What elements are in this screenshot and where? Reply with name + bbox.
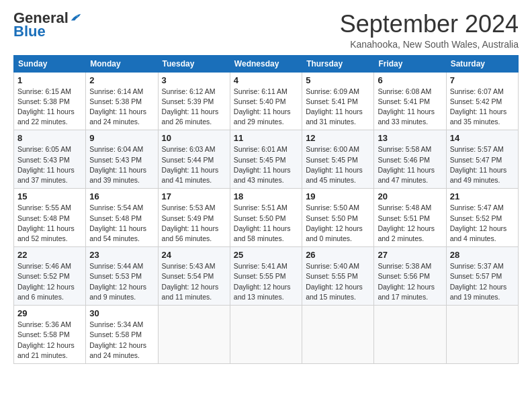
day-number: 30	[89, 308, 154, 318]
day-info: Sunrise: 5:34 AMSunset: 5:58 PMDaylight:…	[89, 320, 154, 361]
day-number: 2	[89, 75, 154, 85]
calendar-cell: 15Sunrise: 5:55 AMSunset: 5:48 PMDayligh…	[14, 189, 86, 247]
calendar-table: SundayMondayTuesdayWednesdayThursdayFrid…	[13, 55, 519, 364]
day-info: Sunrise: 6:01 AMSunset: 5:45 PMDaylight:…	[234, 144, 298, 185]
day-info: Sunrise: 5:51 AMSunset: 5:50 PMDaylight:…	[234, 203, 298, 244]
calendar-week-row: 8Sunrise: 6:05 AMSunset: 5:43 PMDaylight…	[14, 130, 519, 189]
calendar-cell	[302, 306, 374, 364]
bird-icon	[70, 12, 82, 24]
day-info: Sunrise: 5:55 AMSunset: 5:48 PMDaylight:…	[17, 203, 82, 244]
day-info: Sunrise: 6:11 AMSunset: 5:40 PMDaylight:…	[234, 87, 298, 128]
day-number: 21	[450, 191, 515, 201]
day-number: 3	[162, 75, 226, 85]
calendar-cell: 8Sunrise: 6:05 AMSunset: 5:43 PMDaylight…	[14, 130, 86, 189]
day-number: 18	[234, 191, 298, 201]
day-info: Sunrise: 5:48 AMSunset: 5:51 PMDaylight:…	[378, 203, 442, 244]
day-info: Sunrise: 5:43 AMSunset: 5:54 PMDaylight:…	[162, 261, 226, 302]
day-info: Sunrise: 6:04 AMSunset: 5:43 PMDaylight:…	[89, 144, 154, 185]
day-number: 28	[450, 250, 515, 260]
day-info: Sunrise: 5:50 AMSunset: 5:50 PMDaylight:…	[306, 203, 370, 244]
day-number: 9	[89, 133, 154, 143]
calendar-cell: 22Sunrise: 5:46 AMSunset: 5:52 PMDayligh…	[14, 247, 86, 306]
weekday-header: Wednesday	[230, 55, 302, 72]
day-info: Sunrise: 6:14 AMSunset: 5:38 PMDaylight:…	[89, 87, 154, 128]
day-number: 11	[234, 133, 298, 143]
calendar-week-row: 15Sunrise: 5:55 AMSunset: 5:48 PMDayligh…	[14, 189, 519, 247]
calendar-cell	[158, 306, 230, 364]
logo: General Blue	[13, 11, 82, 40]
calendar-cell: 25Sunrise: 5:41 AMSunset: 5:55 PMDayligh…	[230, 247, 302, 306]
day-info: Sunrise: 5:38 AMSunset: 5:56 PMDaylight:…	[378, 261, 442, 302]
weekday-header: Friday	[374, 55, 446, 72]
calendar-cell: 18Sunrise: 5:51 AMSunset: 5:50 PMDayligh…	[230, 189, 302, 247]
location-subtitle: Kanahooka, New South Wales, Australia	[340, 39, 519, 50]
calendar-cell: 27Sunrise: 5:38 AMSunset: 5:56 PMDayligh…	[374, 247, 446, 306]
calendar-cell: 11Sunrise: 6:01 AMSunset: 5:45 PMDayligh…	[230, 130, 302, 189]
day-info: Sunrise: 5:44 AMSunset: 5:53 PMDaylight:…	[89, 261, 154, 302]
day-number: 4	[234, 75, 298, 85]
calendar-cell: 9Sunrise: 6:04 AMSunset: 5:43 PMDaylight…	[86, 130, 158, 189]
calendar-cell: 30Sunrise: 5:34 AMSunset: 5:58 PMDayligh…	[86, 306, 158, 364]
calendar-cell: 16Sunrise: 5:54 AMSunset: 5:48 PMDayligh…	[86, 189, 158, 247]
day-info: Sunrise: 5:58 AMSunset: 5:46 PMDaylight:…	[378, 144, 442, 185]
day-info: Sunrise: 5:47 AMSunset: 5:52 PMDaylight:…	[450, 203, 515, 244]
day-info: Sunrise: 5:54 AMSunset: 5:48 PMDaylight:…	[89, 203, 154, 244]
weekday-header: Tuesday	[158, 55, 230, 72]
day-info: Sunrise: 6:03 AMSunset: 5:44 PMDaylight:…	[162, 144, 226, 185]
day-info: Sunrise: 6:12 AMSunset: 5:39 PMDaylight:…	[162, 87, 226, 128]
logo-blue-text: Blue	[13, 23, 46, 40]
day-number: 29	[17, 308, 82, 318]
day-number: 13	[378, 133, 442, 143]
day-number: 1	[17, 75, 82, 85]
day-info: Sunrise: 6:07 AMSunset: 5:42 PMDaylight:…	[450, 87, 515, 128]
calendar-cell: 28Sunrise: 5:37 AMSunset: 5:57 PMDayligh…	[446, 247, 518, 306]
day-number: 10	[162, 133, 226, 143]
calendar-cell	[374, 306, 446, 364]
calendar-cell: 14Sunrise: 5:57 AMSunset: 5:47 PMDayligh…	[446, 130, 518, 189]
calendar-cell: 21Sunrise: 5:47 AMSunset: 5:52 PMDayligh…	[446, 189, 518, 247]
calendar-cell: 7Sunrise: 6:07 AMSunset: 5:42 PMDaylight…	[446, 72, 518, 130]
day-number: 26	[306, 250, 370, 260]
day-info: Sunrise: 6:08 AMSunset: 5:41 PMDaylight:…	[378, 87, 442, 128]
page-header: General Blue September 2024 Kanahooka, N…	[13, 11, 519, 50]
day-info: Sunrise: 6:05 AMSunset: 5:43 PMDaylight:…	[17, 144, 82, 185]
day-info: Sunrise: 6:15 AMSunset: 5:38 PMDaylight:…	[17, 87, 82, 128]
day-info: Sunrise: 5:36 AMSunset: 5:58 PMDaylight:…	[17, 320, 82, 361]
day-number: 19	[306, 191, 370, 201]
calendar-cell	[230, 306, 302, 364]
day-number: 14	[450, 133, 515, 143]
day-number: 27	[378, 250, 442, 260]
weekday-header: Thursday	[302, 55, 374, 72]
calendar-cell: 12Sunrise: 6:00 AMSunset: 5:45 PMDayligh…	[302, 130, 374, 189]
day-number: 7	[450, 75, 515, 85]
calendar-cell: 5Sunrise: 6:09 AMSunset: 5:41 PMDaylight…	[302, 72, 374, 130]
day-info: Sunrise: 5:46 AMSunset: 5:52 PMDaylight:…	[17, 261, 82, 302]
day-number: 23	[89, 250, 154, 260]
calendar-cell: 1Sunrise: 6:15 AMSunset: 5:38 PMDaylight…	[14, 72, 86, 130]
calendar-week-row: 29Sunrise: 5:36 AMSunset: 5:58 PMDayligh…	[14, 306, 519, 364]
day-number: 17	[162, 191, 226, 201]
weekday-header: Saturday	[446, 55, 518, 72]
day-number: 15	[17, 191, 82, 201]
day-info: Sunrise: 6:00 AMSunset: 5:45 PMDaylight:…	[306, 144, 370, 185]
calendar-cell: 29Sunrise: 5:36 AMSunset: 5:58 PMDayligh…	[14, 306, 86, 364]
calendar-cell: 6Sunrise: 6:08 AMSunset: 5:41 PMDaylight…	[374, 72, 446, 130]
day-number: 24	[162, 250, 226, 260]
day-info: Sunrise: 5:41 AMSunset: 5:55 PMDaylight:…	[234, 261, 298, 302]
day-info: Sunrise: 6:09 AMSunset: 5:41 PMDaylight:…	[306, 87, 370, 128]
calendar-week-row: 1Sunrise: 6:15 AMSunset: 5:38 PMDaylight…	[14, 72, 519, 130]
weekday-header: Monday	[86, 55, 158, 72]
calendar-cell: 2Sunrise: 6:14 AMSunset: 5:38 PMDaylight…	[86, 72, 158, 130]
weekday-header: Sunday	[14, 55, 86, 72]
day-number: 5	[306, 75, 370, 85]
day-info: Sunrise: 5:40 AMSunset: 5:55 PMDaylight:…	[306, 261, 370, 302]
day-number: 20	[378, 191, 442, 201]
day-number: 16	[89, 191, 154, 201]
calendar-cell: 23Sunrise: 5:44 AMSunset: 5:53 PMDayligh…	[86, 247, 158, 306]
day-info: Sunrise: 5:57 AMSunset: 5:47 PMDaylight:…	[450, 144, 515, 185]
calendar-cell: 20Sunrise: 5:48 AMSunset: 5:51 PMDayligh…	[374, 189, 446, 247]
calendar-cell: 24Sunrise: 5:43 AMSunset: 5:54 PMDayligh…	[158, 247, 230, 306]
calendar-cell: 3Sunrise: 6:12 AMSunset: 5:39 PMDaylight…	[158, 72, 230, 130]
calendar-cell: 13Sunrise: 5:58 AMSunset: 5:46 PMDayligh…	[374, 130, 446, 189]
day-number: 12	[306, 133, 370, 143]
